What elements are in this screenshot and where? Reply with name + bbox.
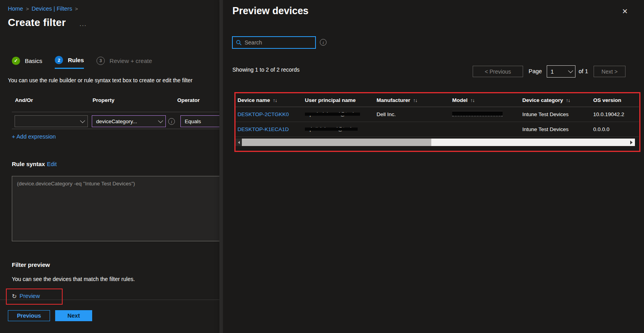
horizontal-scrollbar (236, 139, 635, 146)
operator-dropdown[interactable]: Equals (180, 115, 223, 127)
chevron-right-icon: > (75, 6, 78, 12)
device-category-cell: Intune Test Devices (522, 111, 569, 117)
refresh-icon: ↻ (12, 293, 17, 299)
table-row: DESKTOP-K1ECA1D eqintisiahmad@tech... In… (236, 122, 639, 137)
column-header-manufacturer[interactable]: Manufacturer↑↓ (377, 97, 452, 103)
device-name-link[interactable]: DESKTOP-2CTGKK0 (238, 111, 289, 117)
more-options-button[interactable]: ... (80, 20, 87, 27)
column-header-device-name[interactable]: Device name↑↓ (236, 97, 305, 103)
add-expression-link[interactable]: + Add expression (12, 133, 56, 140)
page-label: Page (529, 68, 542, 74)
panel-title: Preview devices (232, 5, 308, 17)
filter-preview-description: You can see the devices that match the f… (12, 276, 135, 282)
create-filter-pane: Home>Devices | Filters> Create filter ..… (0, 0, 223, 333)
records-summary: Showing 1 to 2 of 2 records (232, 67, 299, 73)
column-header-device-category[interactable]: Device category↑↓ (522, 97, 593, 103)
user-principal-name-redacted: uqaebalahmad@tech... (305, 111, 360, 117)
tab-label: Basics (25, 57, 42, 64)
page-number-value: 1 (551, 68, 554, 75)
tab-review-create: 3 Review + create (97, 56, 152, 69)
search-input[interactable] (245, 39, 308, 46)
wizard-steps: ✓ Basics 2 Rules 3 Review + create (12, 56, 152, 69)
device-category-cell: Intune Test Devices (522, 126, 569, 132)
rule-syntax-label: Rule syntax (12, 161, 45, 167)
breadcrumb-home-link[interactable]: Home (8, 6, 23, 12)
divider (0, 300, 223, 300)
sort-icon: ↑↓ (566, 98, 570, 103)
scroll-left-button[interactable] (236, 139, 242, 146)
user-principal-name-redacted: eqintisiahmad@tech... (305, 126, 358, 132)
manufacturer-cell: Dell Inc. (377, 111, 396, 117)
rule-syntax-textarea[interactable] (12, 176, 223, 241)
page-next-button[interactable]: Next > (594, 66, 625, 77)
check-icon: ✓ (12, 57, 20, 65)
filter-preview-title: Filter preview (12, 261, 50, 268)
triangle-left-icon (238, 141, 240, 144)
column-header-model[interactable]: Model↑↓ (452, 97, 522, 103)
property-dropdown[interactable]: deviceCategory... (92, 115, 166, 127)
vertical-scrollbar[interactable] (219, 0, 223, 333)
column-header-label: Manufacturer (377, 97, 410, 103)
chevron-down-icon (80, 118, 85, 123)
column-label-operator: Operator (177, 97, 200, 103)
tab-basics[interactable]: ✓ Basics (12, 56, 42, 69)
os-version-cell: 10.0.19042.2 (593, 111, 624, 117)
rules-description: You can use the rule builder or rule syn… (8, 77, 223, 83)
column-header-label: User principal name (305, 97, 356, 103)
os-version-cell: 0.0.0.0 (593, 126, 609, 132)
scrollbar-track[interactable] (431, 139, 635, 146)
model-redacted (452, 111, 503, 117)
divider (12, 112, 223, 112)
chevron-down-icon (568, 68, 573, 73)
previous-button[interactable]: Previous (8, 310, 50, 321)
rule-syntax-edit-link[interactable]: Edit (47, 161, 57, 167)
page-previous-button[interactable]: < Previous (473, 66, 523, 77)
sort-icon: ↑↓ (470, 98, 475, 103)
breadcrumb-devices-filters-link[interactable]: Devices | Filters (32, 6, 72, 12)
breadcrumb: Home>Devices | Filters> (8, 6, 81, 12)
and-or-dropdown[interactable] (15, 115, 88, 127)
close-icon[interactable]: ✕ (622, 7, 628, 16)
chevron-right-icon: > (26, 6, 29, 12)
info-icon[interactable]: i (320, 39, 327, 46)
table-row: DESKTOP-2CTGKK0 uqaebalahmad@tech... Del… (236, 107, 639, 122)
step-number-badge: 3 (97, 57, 105, 65)
page-title: Create filter (8, 17, 66, 29)
info-icon[interactable]: i (168, 118, 175, 125)
operator-value: Equals (185, 118, 201, 124)
next-button[interactable]: Next (55, 310, 92, 321)
column-header-label: OS version (593, 97, 621, 103)
search-box (232, 36, 316, 49)
column-label-and-or: And/Or (15, 97, 33, 103)
page-number-select[interactable]: 1 (547, 65, 575, 78)
preview-button[interactable]: ↻ Preview (12, 293, 40, 299)
column-header-label: Device category (522, 97, 563, 103)
table-header-row: Device name↑↓ User principal name Manufa… (236, 94, 639, 107)
property-value: deviceCategory... (96, 118, 137, 124)
column-label-property: Property (93, 97, 115, 103)
sort-icon: ↑↓ (273, 98, 277, 103)
chevron-down-icon (158, 118, 163, 123)
sort-icon: ↑↓ (413, 98, 418, 103)
scrollbar-thumb[interactable] (242, 139, 431, 146)
column-header-label: Device name (238, 97, 270, 103)
preview-link-label: Preview (20, 293, 40, 299)
page-of-label: of 1 (579, 68, 588, 74)
devices-table: Device name↑↓ User principal name Manufa… (236, 94, 639, 137)
step-number-badge: 2 (55, 56, 63, 64)
column-header-os-version[interactable]: OS version (593, 97, 637, 103)
divider (12, 129, 223, 129)
tab-label: Review + create (109, 57, 152, 64)
column-header-label: Model (452, 97, 468, 103)
scroll-right-button[interactable] (630, 141, 633, 144)
preview-devices-panel (223, 0, 644, 333)
tab-label: Rules (68, 57, 84, 63)
device-name-link[interactable]: DESKTOP-K1ECA1D (238, 126, 289, 132)
column-header-user-principal-name[interactable]: User principal name (305, 97, 377, 103)
search-icon (236, 40, 242, 46)
tab-rules[interactable]: 2 Rules (55, 56, 84, 69)
